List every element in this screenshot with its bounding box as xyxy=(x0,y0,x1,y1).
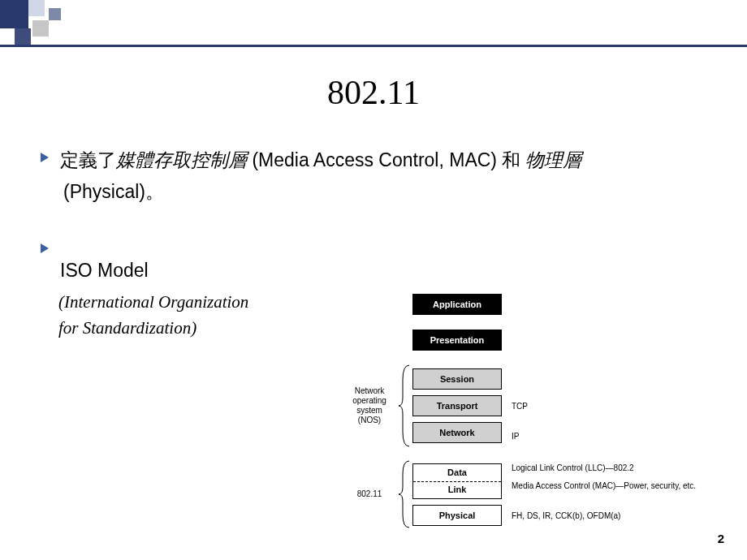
nos-label: Network operating system (NOS) xyxy=(341,386,398,425)
sub-line2: for Standardization) xyxy=(58,318,196,338)
brace-icon xyxy=(398,364,412,448)
corner-decoration xyxy=(0,0,138,49)
bullet-2-text: ISO Model xyxy=(60,260,706,282)
sub-line1: (International Organization xyxy=(58,292,248,312)
layer-transport: Transport xyxy=(412,395,502,416)
layer-data: Data xyxy=(413,464,501,481)
top-border xyxy=(0,45,747,47)
bullet-2: ISO Model xyxy=(41,235,706,282)
bullet-1-text: 定義了媒體存取控制層 (Media Access Control, MAC) 和… xyxy=(60,144,581,208)
bullet-1: 定義了媒體存取控制層 (Media Access Control, MAC) 和… xyxy=(41,144,706,208)
layer-presentation: Presentation xyxy=(412,330,502,351)
layer-application: Application xyxy=(412,294,502,315)
b1-italic2: 物理層 xyxy=(525,150,581,170)
layer-physical: Physical xyxy=(412,505,502,526)
80211-label: 802.11 xyxy=(341,489,398,499)
b1-post: (Physical)。 xyxy=(60,181,164,202)
slide-title: 802.11 xyxy=(41,73,706,112)
right-mac: Media Access Control (MAC)—Power, securi… xyxy=(512,477,696,495)
slide-content: 802.11 定義了媒體存取控制層 (Media Access Control,… xyxy=(0,49,747,560)
b1-and: 和 xyxy=(502,150,525,170)
layer-data-link: Data Link xyxy=(412,463,502,499)
right-phy: FH, DS, IR, CCK(b), OFDM(a) xyxy=(512,506,696,527)
b1-pre: 定義了 xyxy=(60,150,116,170)
arrow-bullet-icon xyxy=(41,153,49,162)
layer-link: Link xyxy=(413,481,501,498)
brace-icon xyxy=(398,459,412,529)
layer-network: Network xyxy=(412,422,502,443)
b1-paren1: (Media Access Control, MAC) xyxy=(247,149,502,170)
b1-italic1: 媒體存取控制層 xyxy=(116,150,247,170)
page-number: 2 xyxy=(718,532,724,545)
right-ip: IP xyxy=(512,432,528,441)
layer-session: Session xyxy=(412,368,502,390)
right-llc: Logical Link Control (LLC)—802.2 xyxy=(512,459,696,477)
right-tcp: TCP xyxy=(512,402,528,411)
arrow-bullet-icon xyxy=(41,243,49,253)
iso-model-diagram: Application Presentation Network operati… xyxy=(341,292,731,529)
